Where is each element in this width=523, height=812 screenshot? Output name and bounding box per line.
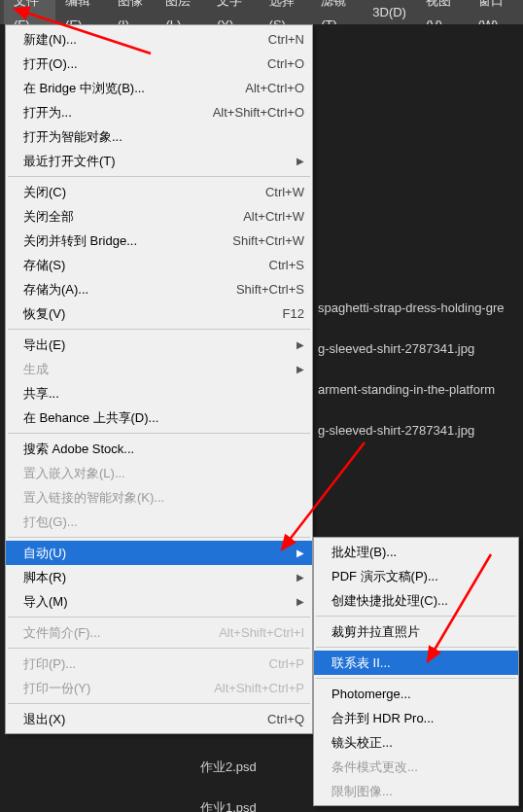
menu-item: 置入链接的智能对象(K)... [6,485,312,510]
menu-item-shortcut: F12 [271,306,304,321]
submenu-arrow-icon: ▶ [293,596,304,607]
menu-item-shortcut: Ctrl+W [254,185,304,199]
document-item[interactable]: 作业1.psd [200,799,257,812]
menu-separator [316,616,516,617]
menu-item[interactable]: 导入(M)▶ [6,589,312,614]
menu-item: 条件模式更改... [314,755,518,779]
menu-item-label: 新建(N)... [23,31,257,49]
document-item[interactable]: 作业2.psd [200,759,257,776]
menu-item-label: 关闭并转到 Bridge... [23,232,221,250]
menu-item-label: 打开为智能对象... [23,128,304,146]
menu-item-shortcut: Shift+Ctrl+S [225,282,304,297]
menu-item-label: 合并到 HDR Pro... [331,710,510,727]
menu-item[interactable]: 裁剪并拉直照片 [314,619,518,644]
menu-item-shortcut: Shift+Ctrl+W [221,233,304,248]
menu-item[interactable]: 脚本(R)▶ [6,565,312,589]
menu-item-label: 导出(E) [23,336,293,354]
menu-item[interactable]: 存储为(A)...Shift+Ctrl+S [6,277,312,301]
menu-item[interactable]: 关闭并转到 Bridge...Shift+Ctrl+W [6,229,312,253]
menu-item[interactable]: 自动(U)▶ [6,541,312,565]
menu-item-label: 创建快捷批处理(C)... [331,592,510,610]
menu-item-label: 裁剪并拉直照片 [331,623,510,641]
menu-separator [8,329,310,330]
menu-item[interactable]: 搜索 Adobe Stock... [6,437,312,461]
menu-item[interactable]: 新建(N)...Ctrl+N [6,27,312,52]
menu-item-label: 打开为... [23,104,201,122]
menu-item[interactable]: 恢复(V)F12 [6,301,312,326]
menu-item-shortcut: Alt+Ctrl+W [231,209,304,224]
menu-item[interactable]: 镜头校正... [314,730,518,755]
menu-item[interactable]: 打开为智能对象... [6,124,312,149]
document-item[interactable]: spaghetti-strap-dress-holding-gre [318,300,504,315]
auto-submenu: 批处理(B)...PDF 演示文稿(P)...创建快捷批处理(C)...裁剪并拉… [313,537,519,806]
menu-item[interactable]: 共享... [6,381,312,406]
menu-item[interactable]: 批处理(B)... [314,540,518,564]
menu-item-label: 打包(G)... [23,513,304,531]
menu-item[interactable]: 退出(X)Ctrl+Q [6,707,312,731]
menu-item[interactable]: 打开(O)...Ctrl+O [6,52,312,76]
menu-item[interactable]: 合并到 HDR Pro... [314,706,518,730]
submenu-arrow-icon: ▶ [293,572,304,583]
menu-item-label: 打开(O)... [23,55,256,73]
menu-item-label: 打印一份(Y) [23,680,202,697]
menu-item-label: 文件简介(F)... [23,624,207,642]
menu-item[interactable]: 关闭(C)Ctrl+W [6,180,312,204]
menu-item[interactable]: PDF 演示文稿(P)... [314,564,518,588]
menu-item[interactable]: 关闭全部Alt+Ctrl+W [6,204,312,229]
menu-item[interactable]: 在 Bridge 中浏览(B)...Alt+Ctrl+O [6,76,312,100]
menu-item-label: 关闭(C) [23,184,254,201]
menu-separator [8,617,310,618]
menu-item: 文件简介(F)...Alt+Shift+Ctrl+I [6,620,312,645]
submenu-arrow-icon: ▶ [293,547,304,558]
menu-item[interactable]: 在 Behance 上共享(D)... [6,406,312,430]
menu-separator [8,648,310,649]
document-item[interactable]: g-sleeved-shirt-2787341.jpg [318,423,474,438]
menu-item-label: 批处理(B)... [331,544,510,561]
menu-item-label: 打印(P)... [23,655,258,673]
menu-item-shortcut: Alt+Ctrl+O [233,81,304,95]
menu-item-label: 共享... [23,385,304,403]
menu-item-label: 条件模式更改... [331,759,510,776]
menu-item-label: Photomerge... [331,687,510,701]
menu-separator [8,176,310,177]
submenu-arrow-icon: ▶ [293,156,304,166]
menu-item[interactable]: 导出(E)▶ [6,333,312,357]
menu-item-label: 脚本(R) [23,569,293,586]
menu-separator [8,537,310,538]
menu-separator [8,433,310,434]
menu-item-shortcut: Ctrl+S [258,258,304,272]
menu-separator [8,703,310,704]
menu-item-shortcut: Alt+Shift+Ctrl+P [202,681,304,695]
menu-item[interactable]: 创建快捷批处理(C)... [314,588,518,613]
menu-item-shortcut: Ctrl+O [256,56,304,71]
menu-item-shortcut: Alt+Shift+Ctrl+I [207,625,304,640]
menu-item-shortcut: Ctrl+P [258,656,304,671]
menu-item[interactable]: 打开为...Alt+Shift+Ctrl+O [6,100,312,124]
menu-item-label: 存储为(A)... [23,281,225,299]
menu-item[interactable]: 最近打开文件(T)▶ [6,149,312,173]
document-item[interactable]: g-sleeved-shirt-2787341.jpg [318,341,474,356]
menu-item[interactable]: Photomerge... [314,682,518,706]
menu-item-shortcut: Ctrl+N [257,32,304,47]
menu-item: 置入嵌入对象(L)... [6,461,312,485]
menubar-item[interactable]: 3D(D) [363,0,416,24]
menu-item-label: 存储(S) [23,257,258,274]
menu-item-label: 联系表 II... [331,654,510,672]
document-item[interactable]: arment-standing-in-the-platform [318,382,495,397]
menu-item-shortcut: Ctrl+Q [256,712,304,726]
menu-separator [316,647,516,648]
menu-item-label: 生成 [23,361,293,378]
menu-item-label: 退出(X) [23,711,256,728]
file-menu: 新建(N)...Ctrl+N打开(O)...Ctrl+O在 Bridge 中浏览… [5,24,313,734]
menu-item-label: 导入(M) [23,593,293,611]
menu-item-label: 恢复(V) [23,305,271,323]
menu-item: 打包(G)... [6,510,312,534]
menu-item[interactable]: 存储(S)Ctrl+S [6,253,312,277]
menu-item-label: 在 Bridge 中浏览(B)... [23,80,233,97]
menu-item[interactable]: 联系表 II... [314,651,518,675]
menu-item-label: 置入链接的智能对象(K)... [23,489,304,507]
menu-item: 打印(P)...Ctrl+P [6,652,312,676]
menu-item-label: PDF 演示文稿(P)... [331,568,510,585]
menu-item: 打印一份(Y)Alt+Shift+Ctrl+P [6,676,312,700]
menu-item-label: 限制图像... [331,783,510,800]
